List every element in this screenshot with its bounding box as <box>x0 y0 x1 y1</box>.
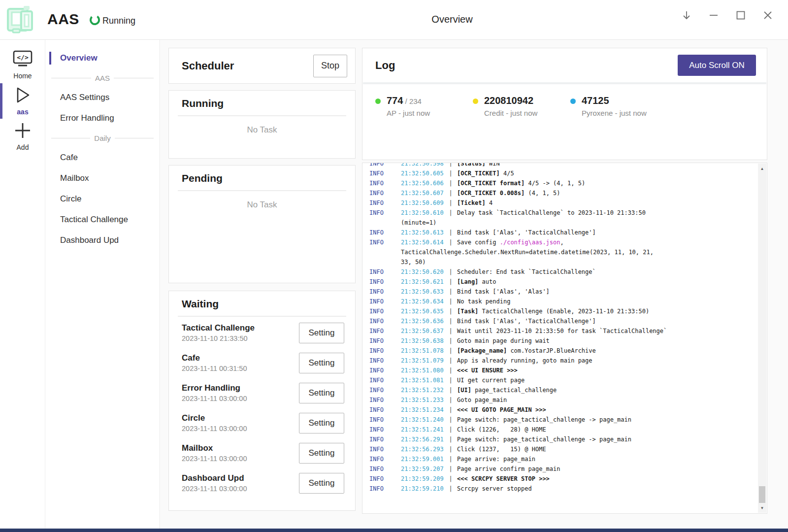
rail-item-add[interactable]: Add <box>0 121 45 151</box>
waiting-task-info: Tactical Challenge2023-11-10 21:33:50 <box>182 323 299 342</box>
page-title: Overview <box>431 14 472 25</box>
log-message: Goto main page during wait <box>457 336 767 346</box>
log-timestamp: 21:32:51.233 <box>401 395 444 405</box>
log-text: Save config <box>457 239 500 246</box>
log-text: [Task] <box>457 308 478 315</box>
log-message: <<< UI ENSURE >>> <box>457 366 767 375</box>
sidebar-item-label: Cafe <box>60 153 78 163</box>
log-separator: | <box>447 228 454 237</box>
log-line: INFO21:32:51.233|Goto page_main <box>369 395 767 405</box>
log-text: [Status] <box>457 163 486 167</box>
waiting-task-row: Circle2023-11-11 03:00:00Setting <box>182 408 344 438</box>
log-line: INFO21:32:51.078|[Package_name] com.Yost… <box>369 346 767 356</box>
log-message: [OCR_TICKET format] 4/5 -> (4, 1, 5) <box>457 178 767 188</box>
auto-scroll-button[interactable]: Auto Scroll ON <box>678 55 756 76</box>
log-line: (minute=1) <box>369 218 767 228</box>
scrollbar-down-icon[interactable]: ▼ <box>758 504 766 512</box>
log-timestamp: 21:32:51.078 <box>401 346 444 356</box>
log-text: Goto page_main <box>457 397 507 403</box>
log-level: INFO <box>369 316 398 326</box>
rail-home-label: Home <box>0 72 45 80</box>
log-output-panel[interactable]: INFO21:32:50.598|[Status] WININFO21:32:5… <box>362 163 767 514</box>
log-text: [OCR_TICKET format] <box>457 180 525 187</box>
log-level: INFO <box>369 163 398 168</box>
log-line: INFO21:32:51.079|App is already running,… <box>369 356 767 366</box>
sidebar-item-tactical-challenge[interactable]: Tactical Challenge <box>45 209 160 230</box>
minimize-button[interactable] <box>700 4 727 27</box>
maximize-button[interactable] <box>727 4 754 27</box>
log-separator: | <box>447 464 454 474</box>
rail-item-home[interactable]: </> Home <box>0 50 45 80</box>
rail-item-aas[interactable]: aas <box>0 86 45 116</box>
log-level: INFO <box>369 434 398 444</box>
log-text: App is already running, goto main page <box>457 357 592 364</box>
log-line: INFO21:32:50.606|[OCR_TICKET format] 4/5… <box>369 178 767 188</box>
scheduler-title: Scheduler <box>182 60 234 72</box>
log-timestamp: 21:32:56.291 <box>401 434 444 444</box>
log-level: INFO <box>369 484 398 494</box>
sidebar-item-label: Tactical Challenge <box>60 215 128 225</box>
log-message: [Lang] auto <box>457 277 767 287</box>
log-text: Page switch: page_tactical_challenge -> … <box>457 416 631 423</box>
log-line: INFO21:32:50.610|Delay task `TacticalCha… <box>369 208 767 218</box>
home-monitor-code-icon: </> <box>12 62 33 70</box>
log-separator: | <box>447 178 454 188</box>
running-empty-text: No Task <box>169 125 355 135</box>
log-message: Scrcpy server stopped <box>457 484 767 494</box>
log-timestamp: 21:32:59.210 <box>401 484 444 494</box>
log-level: INFO <box>369 277 398 287</box>
stat-label: AP - just now <box>387 109 430 117</box>
sidebar-item-cafe[interactable]: Cafe <box>45 147 160 168</box>
resource-stat: 47125Pyroxene - just now <box>570 95 668 117</box>
sidebar-item-dashboard-upd[interactable]: Dashboard Upd <box>45 230 160 251</box>
sidebar-item-label: Error Handling <box>60 113 114 123</box>
setting-button[interactable]: Setting <box>299 323 344 343</box>
log-text: <<< SCRCPY SERVER STOP >>> <box>457 475 550 482</box>
sidebar-item-label: Circle <box>60 194 81 204</box>
scrollbar-thumb[interactable] <box>759 486 765 503</box>
log-separator: | <box>447 336 454 346</box>
log-message: Delay task `TacticalChallenge` to 2023-1… <box>457 208 767 218</box>
icon-rail: </> Home aas Add <box>0 40 45 529</box>
svg-text:</>: </> <box>17 54 29 61</box>
log-message: Bind task ['Alas', 'Alas'] <box>457 287 767 297</box>
download-arrow-button[interactable] <box>673 4 700 27</box>
log-timestamp: 21:32:50.598 <box>401 163 444 168</box>
log-continuation: (minute=1) <box>401 218 767 228</box>
active-indicator-bar <box>49 52 51 65</box>
stat-text: 774 / 234AP - just now <box>387 95 430 117</box>
log-level: INFO <box>369 425 398 434</box>
setting-button[interactable]: Setting <box>299 413 344 433</box>
scrollbar-up-icon[interactable]: ▲ <box>758 165 766 172</box>
log-message: Goto page_main <box>457 395 767 405</box>
log-level: INFO <box>369 336 398 346</box>
log-separator: | <box>447 434 454 444</box>
waiting-task-name: Dashboard Upd <box>182 473 299 483</box>
sidebar-item-circle[interactable]: Circle <box>45 189 160 209</box>
log-level: INFO <box>369 474 398 484</box>
plus-icon <box>14 133 32 141</box>
log-timestamp: 21:32:59.001 <box>401 454 444 464</box>
sidebar-item-aas-settings[interactable]: AAS Settings <box>45 87 160 108</box>
setting-button[interactable]: Setting <box>299 473 344 494</box>
rail-add-label: Add <box>0 143 45 151</box>
log-level: INFO <box>369 208 398 218</box>
log-text: <<< UI ENSURE >>> <box>457 367 518 374</box>
log-level-spacer <box>369 247 398 257</box>
log-message: Page arrive: page_main <box>457 454 767 464</box>
stat-suffix: / 234 <box>403 97 422 105</box>
log-level-spacer <box>369 257 398 267</box>
log-level: INFO <box>369 454 398 464</box>
log-scrollbar[interactable]: ▲ ▼ <box>758 164 766 513</box>
sidebar-item-overview[interactable]: Overview <box>45 48 160 68</box>
close-button[interactable] <box>754 4 781 27</box>
log-timestamp: 21:32:51.232 <box>401 385 444 395</box>
log-line: INFO21:32:59.210|Scrcpy server stopped <box>369 484 767 494</box>
setting-button[interactable]: Setting <box>299 353 344 373</box>
setting-button[interactable]: Setting <box>299 383 344 403</box>
stop-button[interactable]: Stop <box>313 55 347 77</box>
setting-button[interactable]: Setting <box>299 443 344 464</box>
log-message: [OCR_TICKET] 4/5 <box>457 168 767 178</box>
sidebar-item-error-handling[interactable]: Error Handling <box>45 108 160 129</box>
sidebar-item-mailbox[interactable]: Mailbox <box>45 168 160 189</box>
